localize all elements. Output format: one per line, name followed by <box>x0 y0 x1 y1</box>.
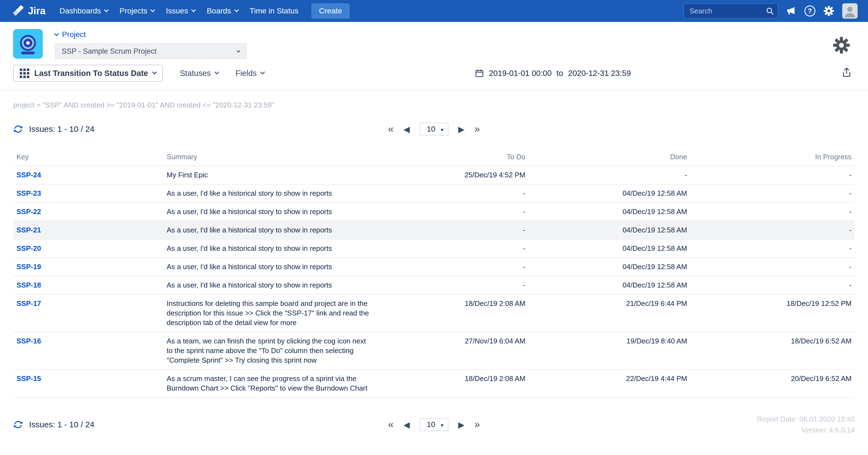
inprogress-cell: - <box>690 203 855 221</box>
summary-cell: As a user, I'd like a historical story t… <box>163 184 375 203</box>
issue-key-link[interactable]: SSP-19 <box>17 263 41 271</box>
nav-dashboards[interactable]: Dashboards <box>54 7 114 16</box>
nav-time-in-status[interactable]: Time in Status <box>244 7 304 16</box>
gear-icon[interactable] <box>824 6 834 16</box>
issue-key-link[interactable]: SSP-21 <box>17 226 41 234</box>
summary-cell: As a user, I'd like a historical story t… <box>163 239 375 257</box>
pagination-first-button[interactable]: « <box>388 419 394 430</box>
chevron-down-icon <box>234 8 239 12</box>
column-header-done: Done <box>529 148 690 166</box>
table-row: SSP-23 As a user, I'd like a historical … <box>13 184 855 203</box>
issue-key-link[interactable]: SSP-18 <box>17 281 41 289</box>
pagination-prev-button[interactable]: ◀ <box>403 420 410 429</box>
pagination-last-button[interactable]: » <box>474 419 480 430</box>
chevron-down-icon <box>191 8 196 12</box>
report-toolbar: Last Transition To Status Date Statuses … <box>0 61 868 90</box>
todo-cell: 18/Dec/19 2:08 AM <box>375 369 529 397</box>
column-header-key: Key <box>13 148 163 166</box>
settings-gear-icon[interactable] <box>833 37 850 55</box>
export-icon[interactable] <box>841 67 852 79</box>
inprogress-cell: - <box>690 239 855 257</box>
done-cell: 04/Dec/19 12:58 AM <box>529 203 690 221</box>
create-button[interactable]: Create <box>311 3 350 19</box>
issue-key-link[interactable]: SSP-23 <box>17 189 41 198</box>
search-input[interactable] <box>684 7 778 16</box>
main-nav: Dashboards Projects Issues Boards Time i… <box>54 7 304 16</box>
chevron-down-icon <box>151 8 155 12</box>
jql-query-text: project = "SSP" AND created >= "2019-01-… <box>13 101 855 109</box>
chevron-down-icon <box>54 32 59 36</box>
todo-cell: 18/Dec/19 2:08 AM <box>375 294 529 332</box>
chevron-down-icon <box>215 70 219 74</box>
pagination-next-button[interactable]: ▶ <box>458 124 465 134</box>
caret-down-icon: ▾ <box>441 422 443 428</box>
done-cell: 04/Dec/19 12:58 AM <box>529 184 690 203</box>
report-date-label: Report Date: 06.01.2020 12:45 <box>757 414 855 425</box>
issue-key-link[interactable]: SSP-24 <box>17 171 41 179</box>
inprogress-cell: - <box>690 276 855 294</box>
announcement-icon[interactable] <box>786 6 796 16</box>
nav-projects[interactable]: Projects <box>114 7 160 16</box>
date-from: 2019-01-01 00:00 <box>489 69 552 78</box>
inprogress-cell: - <box>690 221 855 239</box>
version-label: Version: 4.6.0.14 <box>757 425 855 435</box>
date-to-word: to <box>557 69 563 78</box>
todo-cell: - <box>375 184 529 203</box>
statuses-dropdown[interactable]: Statuses <box>180 69 218 78</box>
page-size-select[interactable]: 10 ▾ <box>420 123 448 136</box>
done-cell: 19/Dec/19 8:40 AM <box>529 332 690 369</box>
top-navbar: Jira Dashboards Projects Issues Boards T… <box>0 0 868 22</box>
todo-cell: - <box>375 221 529 239</box>
table-row: SSP-15 As a scrum master, I can see the … <box>13 369 855 397</box>
pagination-first-button[interactable]: « <box>388 123 394 135</box>
done-cell: - <box>529 166 690 184</box>
issue-key-link[interactable]: SSP-20 <box>17 244 41 252</box>
search-icon[interactable] <box>766 7 774 17</box>
inprogress-cell: - <box>690 184 855 203</box>
chevron-down-icon <box>152 70 157 74</box>
report-type-button[interactable]: Last Transition To Status Date <box>13 65 163 82</box>
divider <box>0 90 868 90</box>
summary-cell: As a scrum master, I can see the progres… <box>163 369 375 397</box>
table-row: SSP-21 As a user, I'd like a historical … <box>13 221 855 239</box>
table-header-row: Key Summary To Do Done In Progress <box>13 148 855 166</box>
chevron-down-icon <box>260 70 265 74</box>
issues-table: Key Summary To Do Done In Progress SSP-2… <box>13 148 855 398</box>
page-size-select[interactable]: 10 ▾ <box>420 418 448 431</box>
pagination-bottom: Issues: 1 - 10 / 24 « ◀ 10 ▾ ▶ » Report … <box>13 414 855 435</box>
jira-logo[interactable]: Jira <box>13 5 45 17</box>
refresh-icon[interactable] <box>13 420 23 429</box>
pagination-last-button[interactable]: » <box>474 123 480 135</box>
issue-key-link[interactable]: SSP-17 <box>17 299 41 307</box>
todo-cell: 25/Dec/19 4:52 PM <box>375 166 529 184</box>
issue-key-link[interactable]: SSP-16 <box>17 337 41 345</box>
summary-cell: My First Epic <box>163 166 375 184</box>
issue-key-link[interactable]: SSP-15 <box>17 374 41 383</box>
inprogress-cell: - <box>690 166 855 184</box>
done-cell: 04/Dec/19 12:58 AM <box>529 239 690 257</box>
nav-issues[interactable]: Issues <box>160 7 201 16</box>
project-dropdown-toggle[interactable]: Project <box>55 30 247 39</box>
issue-key-link[interactable]: SSP-22 <box>17 208 41 216</box>
summary-cell: As a user, I'd like a historical story t… <box>163 221 375 239</box>
done-cell: 04/Dec/19 12:58 AM <box>529 257 690 276</box>
summary-cell: As a team, we can finish the sprint by c… <box>163 332 375 369</box>
issues-count-label: Issues: 1 - 10 / 24 <box>29 124 94 134</box>
date-range-picker[interactable]: 2019-01-01 00:00 to 2020-12-31 23:59 <box>475 68 631 78</box>
calendar-icon <box>475 68 484 78</box>
nav-boards[interactable]: Boards <box>201 7 244 16</box>
done-cell: 04/Dec/19 12:58 AM <box>529 221 690 239</box>
fields-dropdown[interactable]: Fields <box>236 69 264 78</box>
pagination-prev-button[interactable]: ◀ <box>403 124 410 134</box>
issues-count-label: Issues: 1 - 10 / 24 <box>29 420 94 429</box>
user-avatar[interactable] <box>842 3 858 19</box>
inprogress-cell: 18/Dec/19 12:52 PM <box>690 294 855 332</box>
pagination-top: Issues: 1 - 10 / 24 « ◀ 10 ▾ ▶ » <box>13 123 855 136</box>
refresh-icon[interactable] <box>13 124 23 134</box>
help-icon[interactable]: ? <box>804 5 815 17</box>
pagination-next-button[interactable]: ▶ <box>458 420 465 429</box>
project-select[interactable]: SSP - Sample Scrum Project <box>55 43 247 59</box>
table-row: SSP-18 As a user, I'd like a historical … <box>13 276 855 294</box>
summary-cell: Instructions for deleting this sample bo… <box>163 294 375 332</box>
todo-cell: - <box>375 257 529 276</box>
